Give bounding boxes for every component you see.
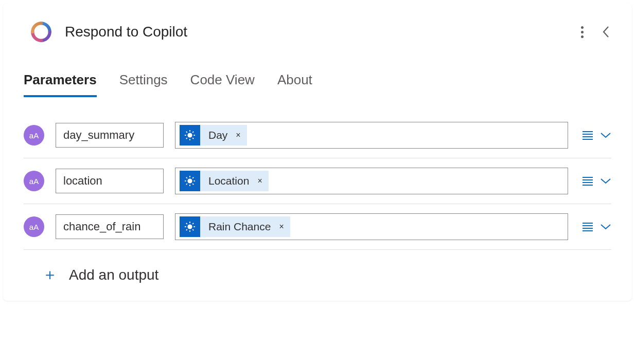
svg-line-17 [186,184,187,185]
dynamic-content-token: Location × [180,171,269,191]
expand-row-button[interactable] [600,132,611,139]
parameter-value-input[interactable]: Location × [175,168,568,194]
more-options-button[interactable] [578,23,587,41]
parameter-row: aA day_summary Day × [24,113,611,158]
parameters-list: aA day_summary Day × aA location [3,97,632,285]
add-output-label: Add an output [69,267,158,283]
token-label: Rain Chance [200,221,279,233]
dynamic-content-token: Rain Chance × [180,216,290,237]
svg-line-18 [192,177,193,178]
svg-line-9 [192,132,193,133]
panel-header: Respond to Copilot [3,3,632,48]
tab-code-view[interactable]: Code View [190,72,255,97]
header-actions [578,23,611,41]
svg-line-16 [192,184,193,185]
svg-point-19 [187,224,192,229]
token-remove-button[interactable]: × [257,176,268,186]
parameter-name-input[interactable]: chance_of_rain [56,214,164,239]
parameter-row: aA chance_of_rain Rain Chance × [24,204,611,250]
text-type-badge: aA [24,125,44,145]
plus-icon: ＋ [42,264,58,285]
weather-source-icon [180,171,200,191]
tab-parameters[interactable]: Parameters [24,72,97,97]
token-label: Day [200,129,236,141]
parameter-value-input[interactable]: Day × [175,122,568,149]
collapse-panel-button[interactable] [601,25,611,39]
expand-row-button[interactable] [600,177,611,185]
text-type-badge: aA [24,171,44,191]
weather-source-icon [180,125,200,145]
token-label: Location [200,175,257,187]
svg-point-10 [187,178,192,183]
copilot-logo-icon [30,21,52,43]
tab-settings[interactable]: Settings [119,72,168,97]
panel-card: Respond to Copilot Parameters Settings C… [3,3,632,301]
parameter-name-input[interactable]: location [56,169,164,193]
parameter-value-input[interactable]: Rain Chance × [175,213,568,240]
svg-line-24 [186,223,187,224]
list-view-button[interactable] [583,223,593,231]
list-view-button[interactable] [583,177,593,186]
tab-about[interactable]: About [277,72,312,97]
list-view-button[interactable] [583,131,593,140]
dynamic-content-token: Day × [180,125,247,145]
parameter-name-input[interactable]: day_summary [56,123,164,148]
row-actions [579,177,611,186]
expand-row-button[interactable] [600,223,611,230]
token-remove-button[interactable]: × [279,222,290,231]
add-output-button[interactable]: ＋ Add an output [24,250,611,285]
panel-title: Respond to Copilot [65,24,566,40]
svg-point-1 [187,133,192,137]
parameter-row: aA location Location × [24,158,611,204]
row-actions [579,131,611,140]
tab-bar: Parameters Settings Code View About [3,48,632,97]
svg-line-7 [192,138,193,139]
token-remove-button[interactable]: × [236,131,246,140]
svg-line-25 [192,229,193,230]
svg-line-8 [186,138,187,139]
svg-line-27 [192,223,193,224]
svg-line-26 [186,229,187,230]
svg-line-6 [186,132,187,133]
text-type-badge: aA [24,216,44,237]
weather-source-icon [180,216,200,237]
row-actions [579,223,611,231]
svg-line-15 [186,177,187,178]
